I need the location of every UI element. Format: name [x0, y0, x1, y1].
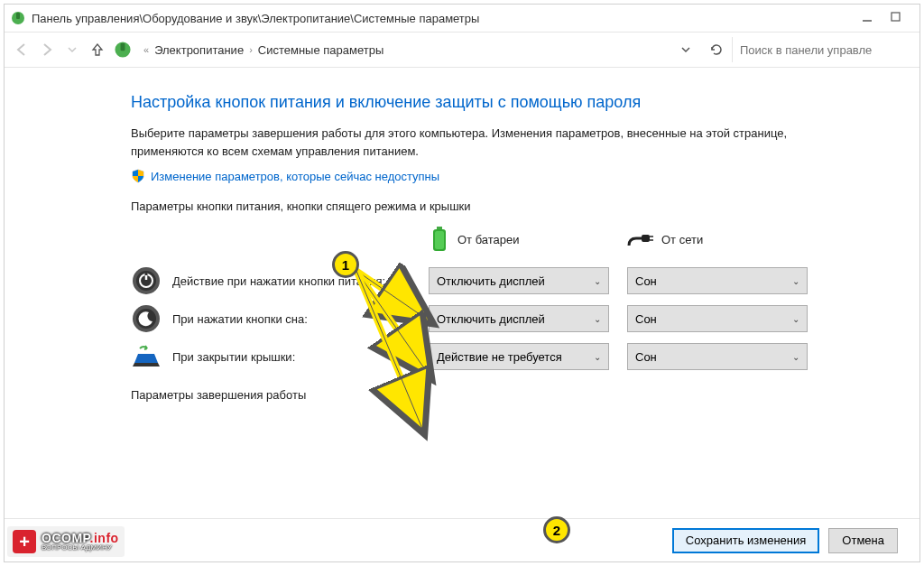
svg-rect-16: [145, 272, 148, 275]
search-box[interactable]: [732, 37, 912, 62]
dropdown-value: Отключить дисплей: [437, 312, 545, 326]
row-lid-close-label: При закрытии крышки:: [172, 350, 295, 364]
svg-rect-5: [121, 43, 125, 51]
row-lid-close: При закрытии крышки:: [131, 341, 411, 372]
dropdown-value: Сон: [635, 350, 657, 364]
chevron-down-icon: ⌄: [792, 276, 799, 286]
row-sleep-button: При нажатии кнопки сна:: [131, 303, 411, 334]
sleep-button-icon: [131, 303, 162, 334]
section-buttons-label: Параметры кнопки питания, кнопки спящего…: [131, 199, 892, 213]
chevron-down-icon: ⌄: [594, 352, 601, 362]
lid-close-battery-dropdown[interactable]: Действие не требуется ⌄: [429, 343, 609, 370]
chevron-down-icon: ⌄: [594, 314, 601, 324]
power-button-plugged-dropdown[interactable]: Сон ⌄: [627, 267, 808, 294]
chevron-right-icon: «: [143, 44, 149, 55]
breadcrumb[interactable]: « Электропитание › Системные параметры: [138, 40, 701, 60]
window-controls: [862, 12, 914, 24]
section-shutdown-label: Параметры завершения работы: [131, 388, 892, 402]
breadcrumb-level-1[interactable]: Электропитание: [154, 43, 244, 57]
power-button-battery-dropdown[interactable]: Отключить дисплей ⌄: [429, 267, 609, 294]
svg-rect-8: [435, 231, 444, 249]
titlebar: Панель управления\Оборудование и звук\Эл…: [5, 5, 919, 32]
page-heading: Настройка кнопок питания и включение защ…: [131, 93, 892, 112]
minimize-button[interactable]: [862, 12, 874, 24]
power-plan-icon: [10, 10, 26, 26]
sleep-button-battery-dropdown[interactable]: Отключить дисплей ⌄: [429, 305, 609, 332]
dropdown-value: Сон: [635, 312, 657, 326]
row-sleep-button-label: При нажатии кнопки сна:: [172, 312, 308, 326]
change-unavailable-settings-link[interactable]: Изменение параметров, которые сейчас нед…: [151, 170, 439, 183]
sleep-button-plugged-dropdown[interactable]: Сон ⌄: [627, 305, 808, 332]
location-icon: [113, 40, 133, 60]
row-power-button: Действие при нажатии кнопки питания:: [131, 265, 411, 296]
svg-rect-6: [437, 227, 442, 229]
maximize-button[interactable]: [891, 12, 903, 24]
column-plugged: От сети: [627, 229, 808, 255]
chevron-right-icon: ›: [249, 44, 253, 55]
up-button[interactable]: [88, 40, 107, 60]
refresh-button[interactable]: [707, 40, 726, 60]
plug-icon: [627, 229, 654, 249]
column-plugged-label: От сети: [661, 233, 703, 246]
lid-close-plugged-dropdown[interactable]: Сон ⌄: [627, 343, 808, 370]
save-button[interactable]: Сохранить изменения: [672, 528, 820, 553]
power-button-icon: [131, 265, 162, 296]
page-description: Выберите параметры завершения работы для…: [131, 125, 853, 160]
battery-icon: [429, 226, 450, 253]
window-title: Панель управления\Оборудование и звук\Эл…: [32, 12, 479, 25]
watermark: + OCOMP.info ВОПРОСЫ АДМИНУ: [7, 526, 125, 557]
svg-rect-9: [642, 235, 650, 242]
uac-shield-icon: [131, 169, 145, 183]
svg-rect-1: [16, 13, 20, 19]
search-input[interactable]: [740, 43, 905, 57]
dropdown-value: Сон: [635, 274, 657, 288]
chevron-down-icon: ⌄: [792, 352, 799, 362]
cancel-button[interactable]: Отмена: [828, 528, 898, 553]
back-button[interactable]: [12, 40, 32, 60]
column-battery: От батареи: [429, 226, 609, 258]
uac-link-row: Изменение параметров, которые сейчас нед…: [131, 169, 892, 183]
recent-locations-button[interactable]: [62, 40, 82, 60]
chevron-down-icon: ⌄: [594, 276, 601, 286]
power-settings-grid: От батареи От сети Действие при нажатии …: [131, 226, 892, 372]
breadcrumb-level-2[interactable]: Системные параметры: [258, 43, 383, 57]
footer: Сохранить изменения Отмена: [5, 518, 919, 561]
control-panel-window: Панель управления\Оборудование и звук\Эл…: [4, 4, 920, 562]
forward-button[interactable]: [37, 40, 57, 60]
navigation-bar: « Электропитание › Системные параметры: [5, 32, 919, 68]
dropdown-value: Отключить дисплей: [437, 274, 545, 288]
column-battery-label: От батареи: [457, 233, 520, 246]
watermark-plus-icon: +: [13, 530, 36, 553]
breadcrumb-dropdown-icon[interactable]: [681, 45, 690, 54]
content-area: Настройка кнопок питания и включение защ…: [5, 68, 919, 518]
laptop-lid-icon: [131, 341, 162, 372]
svg-rect-3: [892, 13, 900, 21]
row-power-button-label: Действие при нажатии кнопки питания:: [172, 274, 385, 288]
chevron-down-icon: ⌄: [792, 314, 799, 324]
dropdown-value: Действие не требуется: [437, 350, 562, 364]
